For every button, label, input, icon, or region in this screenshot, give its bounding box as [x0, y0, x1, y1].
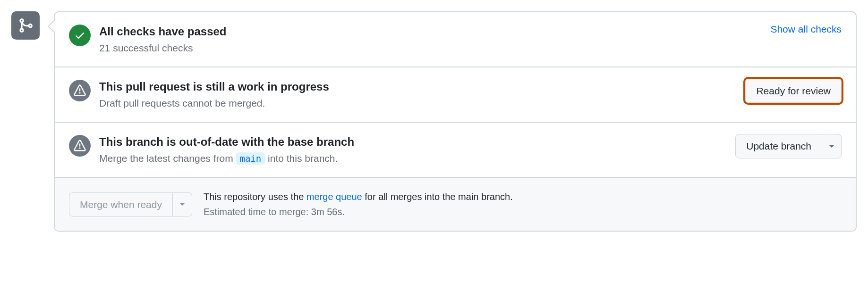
checks-title: All checks have passed	[99, 24, 762, 40]
merge-queue-link[interactable]: merge queue	[306, 192, 362, 202]
alert-icon	[74, 140, 86, 152]
outdated-sub-suffix: into this branch.	[265, 153, 338, 164]
draft-status-icon	[69, 80, 91, 101]
merge-info-text: This repository uses the merge queue for…	[204, 189, 513, 219]
merge-estimate: Estimated time to merge: 3m 56s.	[204, 207, 345, 217]
base-branch-tag: main	[236, 152, 265, 165]
merge-info-prefix: This repository uses the	[204, 192, 306, 202]
caret-down-icon	[179, 203, 185, 206]
outdated-title: This branch is out-of-date with the base…	[99, 134, 727, 150]
outdated-status-icon	[69, 135, 91, 157]
show-all-checks-link[interactable]: Show all checks	[770, 24, 842, 35]
draft-title: This pull request is still a work in pro…	[99, 79, 737, 95]
git-merge-icon	[17, 17, 34, 33]
draft-subtitle: Draft pull requests cannot be merged.	[99, 96, 737, 111]
update-branch-button[interactable]: Update branch	[735, 134, 822, 158]
check-icon	[74, 30, 85, 41]
checks-section: All checks have passed 21 successful che…	[55, 12, 856, 67]
merge-button-group: Merge when ready	[69, 192, 192, 217]
outdated-sub-prefix: Merge the latest changes from	[99, 153, 236, 164]
ready-for-review-button[interactable]: Ready for review	[745, 79, 842, 103]
caret-down-icon	[829, 145, 834, 148]
update-branch-button-group: Update branch	[735, 134, 842, 158]
check-status-icon	[69, 25, 91, 46]
alert-icon	[74, 84, 86, 97]
outdated-section: This branch is out-of-date with the base…	[55, 123, 856, 178]
git-merge-badge	[11, 11, 40, 40]
update-branch-dropdown[interactable]	[822, 134, 842, 158]
merge-footer: Merge when ready This repository uses th…	[55, 178, 856, 231]
merge-status-box: All checks have passed 21 successful che…	[54, 11, 857, 232]
outdated-subtitle: Merge the latest changes from main into …	[99, 151, 727, 166]
merge-info-suffix: for all merges into the main branch.	[362, 192, 513, 202]
merge-dropdown[interactable]	[173, 192, 192, 217]
draft-section: This pull request is still a work in pro…	[55, 67, 856, 123]
checks-subtitle: 21 successful checks	[99, 41, 762, 56]
merge-when-ready-button[interactable]: Merge when ready	[69, 192, 173, 217]
